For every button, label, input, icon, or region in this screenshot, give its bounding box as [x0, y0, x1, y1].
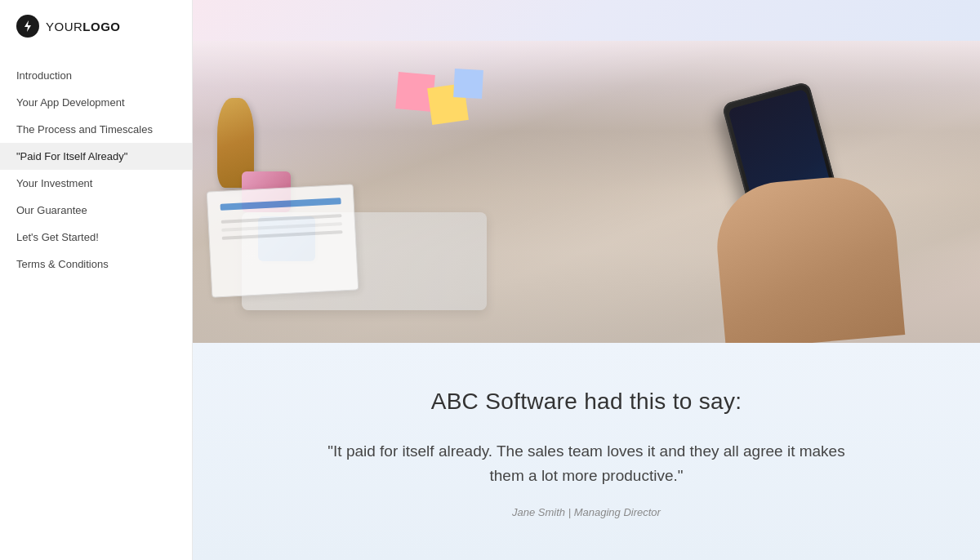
sidebar-item-terms-conditions[interactable]: Terms & Conditions: [0, 251, 192, 278]
sidebar: YOURLOGO Introduction Your App Developme…: [0, 0, 193, 560]
svg-marker-0: [24, 20, 31, 32]
hand: [712, 172, 906, 343]
testimonial-quote: "It paid for itself already. The sales t…: [309, 439, 864, 489]
testimonial-section: ABC Software had this to say: "It paid f…: [193, 343, 980, 560]
testimonial-headline: ABC Software had this to say:: [431, 389, 742, 415]
sidebar-item-paid-for-itself[interactable]: "Paid For Itself Already": [0, 143, 192, 170]
hero-image: [193, 41, 980, 343]
sidebar-item-investment[interactable]: Your Investment: [0, 170, 192, 197]
sidebar-item-app-development[interactable]: Your App Development: [0, 89, 192, 116]
main-content: ABC Software had this to say: "It paid f…: [193, 0, 980, 560]
logo-text: YOURLOGO: [46, 20, 121, 33]
logo-icon: [16, 15, 39, 38]
sidebar-item-get-started[interactable]: Let's Get Started!: [0, 224, 192, 251]
lightning-bolt-icon: [21, 20, 34, 33]
nav-menu: Introduction Your App Development The Pr…: [0, 54, 192, 560]
logo-bold: LOGO: [82, 20, 120, 33]
wireframe-paper: [207, 184, 359, 297]
sticky-note-blue: [453, 69, 483, 99]
logo-plain: YOUR: [46, 20, 82, 33]
testimonial-author: Jane Smith | Managing Director: [512, 506, 661, 518]
sidebar-item-introduction[interactable]: Introduction: [0, 62, 192, 89]
sidebar-item-process-timescales[interactable]: The Process and Timescales: [0, 116, 192, 143]
logo-area: YOURLOGO: [0, 0, 192, 54]
hero-gradient-strip: [193, 0, 980, 41]
sidebar-item-guarantee[interactable]: Our Guarantee: [0, 197, 192, 224]
